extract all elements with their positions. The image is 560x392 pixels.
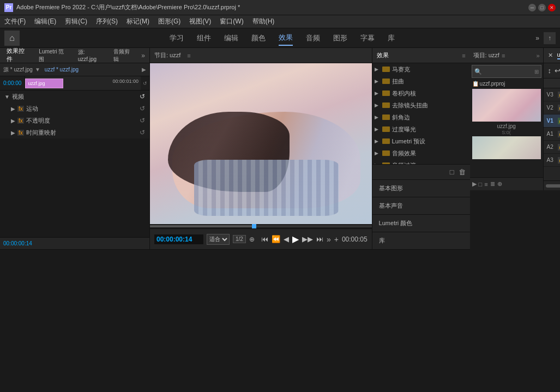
monitor-more[interactable]: »	[327, 235, 331, 244]
track-header-v3: V3 🔒 V3 □ 👁	[544, 88, 560, 101]
audio-effects-item[interactable]: ▶ 音频效果	[372, 147, 470, 159]
add-marker-button[interactable]: +	[334, 235, 339, 244]
seq-tool-ripple[interactable]: ↩	[555, 67, 560, 75]
masaike-item[interactable]: ▶ 马赛克	[372, 63, 470, 75]
seq-scroll-track[interactable]	[546, 184, 560, 188]
ec-reset[interactable]: ↺	[141, 81, 149, 86]
seq-tab-uzzf[interactable]: uzzf	[557, 51, 560, 59]
effects-menu[interactable]: ≡	[462, 52, 465, 59]
v3-lock[interactable]: 🔒	[558, 92, 560, 98]
nav-effects[interactable]: 效果	[279, 31, 293, 46]
video-reset[interactable]: ↺	[140, 93, 145, 100]
step-back-button[interactable]: ⏪	[272, 235, 280, 243]
nav-color[interactable]: 颜色	[251, 31, 266, 45]
close-button[interactable]: ✕	[548, 4, 556, 11]
lumetri-item[interactable]: ▶ Lumetri 预设	[372, 135, 470, 147]
panel-menu-icon[interactable]: »	[141, 52, 145, 59]
menu-view[interactable]: 视图(V)	[189, 17, 211, 26]
quchu-item[interactable]: ▶ 去除镜头扭曲	[372, 99, 470, 111]
a2-lock[interactable]: 🔒	[558, 144, 560, 150]
basic-audio-item[interactable]: 基本声音	[372, 197, 470, 214]
menu-window[interactable]: 窗口(W)	[220, 17, 243, 26]
juanji-item[interactable]: ▶ 卷积内核	[372, 87, 470, 99]
nav-learn[interactable]: 学习	[170, 31, 184, 45]
nav-assembly[interactable]: 组件	[197, 31, 211, 45]
basic-graphic-item[interactable]: 基本图形	[372, 179, 470, 197]
target-label[interactable]: uzzf * uzzf.jpg	[45, 67, 79, 73]
nav-graphic[interactable]: 图形	[333, 31, 347, 45]
project-new-icon[interactable]: ⊕	[497, 180, 502, 188]
tab-lumetri[interactable]: Lumetri 范围	[37, 47, 71, 64]
menu-sequence[interactable]: 序列(S)	[96, 17, 118, 26]
project-list-view-icon[interactable]: ▶	[472, 180, 477, 188]
a1-lock[interactable]: 🔒	[558, 131, 560, 137]
lumetri-color-item[interactable]: Lumetri 颜色	[372, 214, 470, 232]
library-item[interactable]: 库	[372, 232, 470, 249]
tab-effect-controls[interactable]: 效果控件	[4, 46, 32, 65]
a3-name: A3	[547, 157, 558, 163]
seq-tool-select[interactable]: ↕	[548, 67, 552, 75]
seq-scrollbar[interactable]	[544, 180, 560, 190]
menu-file[interactable]: 文件(F)	[4, 17, 26, 26]
nav-caption[interactable]: 字幕	[360, 31, 375, 45]
track-header-a3: A3 🔒 A3 M S 🎤	[544, 154, 560, 167]
menu-marker[interactable]: 标记(M)	[127, 17, 149, 26]
next-frame-button[interactable]: ▶▶	[302, 235, 313, 243]
motion-fx-tag: fx	[17, 106, 24, 112]
go-end-button[interactable]: ⏭	[316, 235, 323, 243]
zoom-icon[interactable]: ⊕	[249, 236, 255, 243]
share-button[interactable]: ↑	[544, 32, 556, 44]
project-item-uzzf[interactable]: 📋 uzzf.prproj	[470, 80, 543, 88]
opacity-reset[interactable]: ↺	[140, 117, 145, 124]
guodu-item[interactable]: ▶ 过度曝光	[372, 123, 470, 135]
audio-trans-item[interactable]: ▶ 音频过渡	[372, 159, 470, 164]
nav-library[interactable]: 库	[388, 31, 395, 45]
project-search-options[interactable]: ⊞	[534, 69, 539, 75]
minimize-button[interactable]: ─	[528, 4, 536, 11]
project-expand-icon[interactable]: »	[536, 52, 539, 59]
program-menu-icon[interactable]: ≡	[187, 52, 190, 59]
motion-reset[interactable]: ↺	[140, 105, 145, 112]
opacity-row[interactable]: ▶ fx 不透明度 ↺	[0, 114, 149, 126]
niuqu-item[interactable]: ▶ 扭曲	[372, 75, 470, 87]
remap-reset[interactable]: ↺	[140, 129, 145, 136]
seq-close-icon[interactable]: ✕	[548, 52, 553, 59]
remap-row[interactable]: ▶ fx 时间重映射 ↺	[0, 126, 149, 138]
project-filter-icon[interactable]: ≣	[490, 180, 495, 188]
xiejiao-item[interactable]: ▶ 斜角边	[372, 111, 470, 123]
prev-frame-button[interactable]: ◀	[284, 235, 289, 243]
menu-help[interactable]: 帮助(H)	[252, 17, 275, 26]
source-arrow[interactable]: ▶	[142, 67, 146, 73]
nav-audio[interactable]: 音频	[306, 31, 320, 45]
project-search-input[interactable]	[482, 69, 534, 75]
menu-edit[interactable]: 编辑(E)	[34, 17, 56, 26]
audio-effects-arrow: ▶	[375, 150, 381, 156]
seq-scroll-thumb[interactable]	[546, 184, 560, 188]
tab-audio-clip[interactable]: 音频剪辑	[111, 47, 137, 64]
tab-source[interactable]: 源: uzzf.jpg	[76, 47, 107, 63]
fraction-display[interactable]: 1/2	[233, 235, 246, 243]
maximize-button[interactable]: □	[538, 4, 546, 11]
menu-clip[interactable]: 剪辑(C)	[65, 17, 87, 26]
project-sort-icon[interactable]: ≡	[484, 181, 487, 188]
source-dropdown-icon[interactable]: ▼	[35, 67, 40, 73]
video-header-row[interactable]: ▼ 视频 ↺	[0, 91, 149, 102]
project-search[interactable]: 🔍 ⊞	[472, 65, 541, 78]
project-menu-icon[interactable]: ≡	[502, 52, 505, 59]
v2-lock[interactable]: 🔒	[558, 105, 560, 111]
a3-lock[interactable]: 🔒	[558, 157, 560, 164]
thumbnail-content	[472, 89, 541, 122]
go-start-button[interactable]: ⏮	[261, 235, 268, 243]
progress-bar[interactable]	[150, 224, 372, 228]
home-button[interactable]: ⌂	[4, 31, 20, 46]
project-grid-view-icon[interactable]: □	[479, 181, 483, 188]
delete-icon[interactable]: 🗑	[459, 168, 466, 176]
fit-selector[interactable]: 适合	[207, 234, 230, 245]
nav-expand-icon[interactable]: »	[535, 34, 539, 42]
motion-row[interactable]: ▶ fx 运动 ↺	[0, 102, 149, 114]
nav-edit[interactable]: 编辑	[224, 31, 238, 45]
v1-lock[interactable]: 🔒	[558, 118, 560, 124]
menu-graphic[interactable]: 图形(G)	[158, 17, 180, 26]
new-folder-icon[interactable]: □	[450, 168, 454, 176]
play-button[interactable]: ▶	[292, 234, 299, 244]
